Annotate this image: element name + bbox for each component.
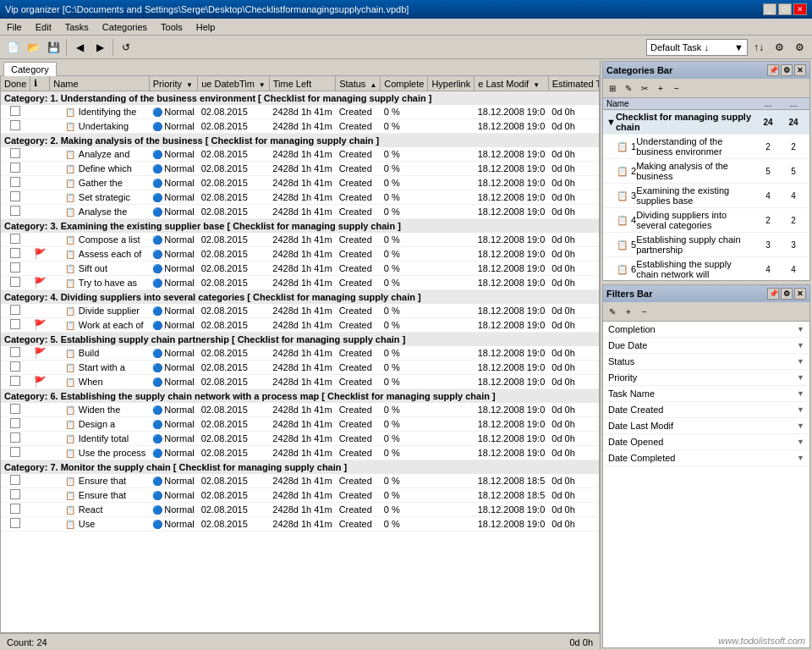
table-row[interactable]: 🚩📋Work at each of🔵Normal02.08.20152428d …: [1, 318, 600, 333]
cat-item[interactable]: 📋 1 Understanding of the business enviro…: [603, 135, 809, 159]
category-row[interactable]: Category: 4. Dividing suppliers into sev…: [1, 290, 600, 305]
task-done-cell[interactable]: [1, 432, 30, 446]
task-checkbox[interactable]: [10, 418, 20, 428]
cat-item[interactable]: 📋 2 Making analysis of the business 5 5: [603, 159, 809, 184]
menu-tools[interactable]: Tools: [157, 21, 186, 33]
task-done-cell[interactable]: [1, 147, 30, 162]
cat-item[interactable]: 📋 3 Examining the existing supplies base…: [603, 184, 809, 208]
refresh-button[interactable]: ↺: [117, 38, 135, 57]
filter-edit-btn[interactable]: ✎: [605, 304, 620, 319]
sort-button[interactable]: ↑↓: [749, 38, 768, 57]
table-row[interactable]: 📋Ensure that🔵Normal02.08.20152428d 1h 41…: [1, 474, 600, 488]
cat-item-root[interactable]: ▼ Checklist for managing supply chain 24…: [603, 110, 809, 135]
task-checkbox[interactable]: [10, 305, 20, 315]
table-row[interactable]: 📋Set strategic🔵Normal02.08.20152428d 1h …: [1, 190, 600, 205]
menu-help[interactable]: Help: [193, 21, 219, 33]
filter-item[interactable]: Date Created ▼: [603, 402, 809, 418]
task-done-cell[interactable]: [1, 262, 30, 276]
category-row[interactable]: Category: 7. Monitor the supply chain [ …: [1, 460, 600, 475]
category-row[interactable]: Category: 2. Making analysis of the busi…: [1, 134, 600, 148]
task-done-cell[interactable]: [1, 247, 30, 262]
filters-bar-controls[interactable]: 📌 ⚙ ✕: [767, 288, 806, 300]
col-esttime[interactable]: Estimated Time: [548, 76, 600, 91]
task-done-cell[interactable]: [1, 233, 30, 247]
task-checkbox[interactable]: [10, 277, 20, 287]
filter-button[interactable]: ⚙: [770, 38, 788, 57]
cat-close-icon[interactable]: ✕: [794, 64, 806, 76]
task-checkbox[interactable]: [10, 347, 20, 357]
filter-item[interactable]: Date Last Modif ▼: [603, 418, 809, 434]
task-checkbox[interactable]: [10, 432, 20, 443]
cat-settings-icon[interactable]: ⚙: [781, 64, 793, 76]
menu-file[interactable]: File: [3, 21, 25, 33]
task-done-cell[interactable]: [1, 361, 30, 375]
task-checkbox[interactable]: [10, 106, 20, 116]
filter-item[interactable]: Date Completed ▼: [603, 450, 809, 466]
task-done-cell[interactable]: [1, 162, 30, 176]
filter-pin-icon[interactable]: 📌: [767, 288, 779, 300]
task-checkbox[interactable]: [10, 361, 20, 372]
table-row[interactable]: 📋Use🔵Normal02.08.20152428d 1h 41mCreated…: [1, 517, 600, 532]
filter-item[interactable]: Task Name ▼: [603, 386, 809, 402]
table-row[interactable]: 📋Design a🔵Normal02.08.20152428d 1h 41mCr…: [1, 417, 600, 432]
filter-item[interactable]: Date Opened ▼: [603, 434, 809, 450]
filter-item[interactable]: Completion ▼: [603, 322, 809, 338]
task-done-cell[interactable]: [1, 205, 30, 219]
settings-button[interactable]: ⚙: [790, 38, 809, 57]
col-complete[interactable]: Complete: [381, 76, 428, 91]
forward-button[interactable]: ▶: [91, 38, 109, 57]
task-done-cell[interactable]: [1, 318, 30, 333]
cat-pin-icon[interactable]: 📌: [767, 64, 779, 76]
table-row[interactable]: 🚩📋When🔵Normal02.08.20152428d 1h 41mCreat…: [1, 375, 600, 389]
task-checkbox[interactable]: [10, 518, 20, 528]
filter-item[interactable]: Priority ▼: [603, 370, 809, 386]
maximize-button[interactable]: □: [778, 3, 792, 15]
filter-item[interactable]: Status ▼: [603, 354, 809, 370]
menu-tasks[interactable]: Tasks: [62, 21, 92, 33]
cat-cut-btn[interactable]: ✂: [637, 80, 652, 96]
task-checkbox[interactable]: [10, 148, 20, 158]
col-priority[interactable]: Priority ▼: [149, 76, 197, 91]
task-done-cell[interactable]: [1, 276, 30, 290]
task-checkbox[interactable]: [10, 404, 20, 414]
save-button[interactable]: 💾: [44, 38, 63, 57]
filter-settings-icon[interactable]: ⚙: [781, 288, 793, 300]
col-info[interactable]: ℹ: [30, 76, 50, 91]
task-done-cell[interactable]: [1, 474, 30, 488]
task-done-cell[interactable]: [1, 304, 30, 318]
cat-item[interactable]: 📋 6 Establishing the supply chain networ…: [603, 257, 809, 280]
cat-item[interactable]: 📋 4 Dividing suppliers into several cate…: [603, 208, 809, 233]
category-row[interactable]: Category: 3. Examining the existing supp…: [1, 219, 600, 234]
tab-category[interactable]: Category: [3, 62, 57, 76]
task-done-cell[interactable]: [1, 503, 30, 517]
task-done-cell[interactable]: [1, 176, 30, 190]
filter-remove-btn[interactable]: −: [637, 304, 652, 319]
category-row[interactable]: Category: 1. Understanding of the busine…: [1, 91, 600, 106]
task-done-cell[interactable]: [1, 375, 30, 389]
table-row[interactable]: 📋Sift out🔵Normal02.08.20152428d 1h 41mCr…: [1, 262, 600, 276]
task-done-cell[interactable]: [1, 517, 30, 532]
menu-edit[interactable]: Edit: [32, 21, 55, 33]
category-row[interactable]: Category: 6. Establishing the supply cha…: [1, 389, 600, 404]
col-lastmodif[interactable]: e Last Modif ▼: [475, 76, 549, 91]
table-row[interactable]: 📋Divide supplier🔵Normal02.08.20152428d 1…: [1, 304, 600, 318]
close-button[interactable]: ✕: [793, 3, 807, 15]
task-checkbox[interactable]: [10, 447, 20, 457]
task-done-cell[interactable]: [1, 417, 30, 432]
menu-categories[interactable]: Categories: [99, 21, 151, 33]
task-view-dropdown[interactable]: Default Task ↓ ▼: [646, 39, 748, 56]
task-done-cell[interactable]: [1, 346, 30, 361]
cat-add-btn[interactable]: +: [653, 80, 668, 96]
table-row[interactable]: 📋Identify total🔵Normal02.08.20152428d 1h…: [1, 432, 600, 446]
col-status[interactable]: Status ▲: [336, 76, 381, 91]
back-button[interactable]: ◀: [70, 38, 89, 57]
filter-toolbar[interactable]: ✎ + −: [603, 302, 809, 322]
table-row[interactable]: 📋Analyze and🔵Normal02.08.20152428d 1h 41…: [1, 147, 600, 162]
new-task-button[interactable]: 📄: [3, 38, 22, 57]
task-checkbox[interactable]: [10, 162, 20, 173]
task-checkbox[interactable]: [10, 262, 20, 273]
table-row[interactable]: 📋Compose a list🔵Normal02.08.20152428d 1h…: [1, 233, 600, 247]
open-button[interactable]: 📂: [24, 38, 42, 57]
col-done[interactable]: Done: [1, 76, 30, 91]
filter-close-icon[interactable]: ✕: [794, 288, 806, 300]
